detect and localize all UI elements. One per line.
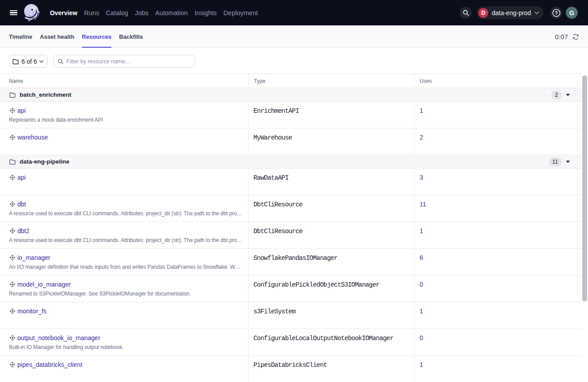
svg-text:?: ? bbox=[555, 10, 557, 15]
